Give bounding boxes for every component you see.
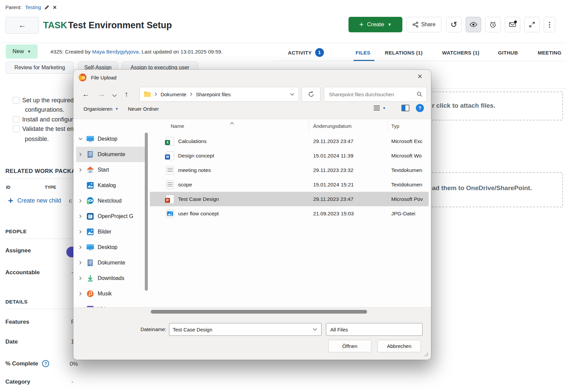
filename-input[interactable] bbox=[169, 327, 313, 332]
open-button[interactable]: Öffnen bbox=[328, 340, 371, 352]
checkbox-validate[interactable] bbox=[13, 126, 20, 132]
accountable-value[interactable]: - bbox=[71, 269, 73, 276]
address-dropdown-icon[interactable] bbox=[290, 93, 295, 96]
tab-meeting[interactable]: MEETING bbox=[538, 50, 561, 56]
parent-link[interactable]: Testing bbox=[25, 4, 41, 10]
back-button[interactable]: ← bbox=[5, 17, 39, 34]
tree-item-dokumente-2[interactable]: Dokumente bbox=[76, 255, 145, 271]
file-row-meeting-notes[interactable]: meeting notes 29.11.2023 23:32 Textdokum… bbox=[150, 163, 429, 177]
remove-parent-icon[interactable]: × bbox=[53, 4, 57, 10]
tree-item-dokumente[interactable]: Dokumente bbox=[76, 147, 145, 162]
tree-item-bilder[interactable]: Bilder bbox=[76, 224, 145, 240]
chevron-down-icon: ▼ bbox=[388, 22, 392, 27]
nav-back-icon[interactable]: ← bbox=[82, 90, 90, 99]
chevron-collapsed-icon[interactable] bbox=[78, 292, 83, 296]
nav-up-icon[interactable]: ↑ bbox=[125, 90, 128, 99]
meta-updated: . Last updated on 13.01.2025 09:59. bbox=[139, 49, 223, 55]
features-label: Features bbox=[5, 319, 29, 325]
breadcrumb-bar[interactable]: Dokumente Sharepoint files bbox=[139, 87, 299, 102]
chevron-collapsed-icon[interactable] bbox=[78, 230, 83, 234]
breadcrumb-documents[interactable]: Dokumente bbox=[161, 92, 187, 97]
preview-pane-icon[interactable] bbox=[401, 105, 409, 111]
dialog-help-icon[interactable]: ? bbox=[416, 104, 424, 112]
tree-item-musik[interactable]: Musik bbox=[76, 286, 145, 301]
chevron-collapsed-icon[interactable] bbox=[78, 152, 83, 156]
status-button[interactable]: New ▼ bbox=[6, 44, 38, 59]
chevron-expanded-icon[interactable] bbox=[78, 138, 83, 140]
desktop-icon bbox=[86, 135, 94, 143]
watch-button[interactable] bbox=[466, 17, 481, 32]
tab-watchers[interactable]: WATCHERS (1) bbox=[442, 50, 479, 56]
workflow-review-button[interactable]: Review for Marketing bbox=[6, 62, 74, 74]
dialog-title: File Upload bbox=[91, 75, 116, 80]
dialog-close-icon[interactable]: × bbox=[418, 72, 422, 80]
file-list: Name Änderungsdatum Typ X Calculations 2… bbox=[150, 119, 429, 307]
column-separator[interactable] bbox=[388, 120, 388, 131]
search-icon[interactable] bbox=[417, 91, 423, 97]
chevron-collapsed-icon[interactable] bbox=[78, 214, 83, 218]
share-button[interactable]: Share bbox=[406, 17, 441, 32]
chevron-collapsed-icon[interactable] bbox=[78, 199, 83, 203]
file-row-calculations[interactable]: X Calculations 29.11.2023 23:47 Microsof… bbox=[150, 134, 429, 148]
tree-item-nextcloud[interactable]: Nextcloud bbox=[76, 193, 145, 209]
refresh-button[interactable] bbox=[302, 87, 321, 102]
column-separator[interactable] bbox=[309, 120, 309, 131]
tab-files[interactable]: FILES bbox=[356, 50, 370, 56]
checkbox-setup[interactable] bbox=[13, 97, 20, 104]
activity-history-button[interactable]: ↺ bbox=[446, 17, 462, 32]
checkbox-install[interactable] bbox=[13, 116, 20, 123]
tree-scrollbar[interactable] bbox=[145, 133, 148, 291]
filename-combobox[interactable] bbox=[169, 323, 322, 336]
reminder-button[interactable] bbox=[485, 17, 501, 32]
dialog-titlebar[interactable]: File Upload × bbox=[73, 70, 431, 85]
file-row-scope[interactable]: scope 15.01.2024 15:21 Textdokumen bbox=[150, 177, 429, 192]
chevron-down-icon[interactable] bbox=[313, 328, 317, 331]
chevron-collapsed-icon[interactable] bbox=[78, 276, 83, 280]
tree-item-videos[interactable]: Videos bbox=[76, 301, 145, 308]
file-row-user-flow-concept[interactable]: user flow concept 21.09.2023 15:03 JPG-D… bbox=[150, 206, 429, 221]
column-name[interactable]: Name bbox=[171, 123, 184, 129]
chevron-collapsed-icon[interactable] bbox=[78, 307, 83, 308]
cancel-button[interactable]: Abbrechen bbox=[377, 340, 421, 352]
nav-forward-icon[interactable]: → bbox=[98, 90, 105, 99]
help-icon[interactable]: ? bbox=[42, 360, 49, 367]
checklist-line2: configurations. bbox=[25, 106, 64, 113]
chevron-collapsed-icon[interactable] bbox=[78, 245, 83, 249]
file-row-test-case-design[interactable]: P Test Case Design 29.11.2023 23:47 Micr… bbox=[150, 192, 429, 206]
list-horizontal-scrollbar[interactable] bbox=[151, 310, 367, 314]
related-col-type: TYPE bbox=[45, 185, 56, 190]
chevron-collapsed-icon[interactable] bbox=[78, 261, 83, 265]
tree-item-downloads[interactable]: Downloads bbox=[76, 271, 145, 286]
search-box[interactable] bbox=[324, 87, 427, 102]
more-menu-button[interactable]: ⋮ bbox=[544, 17, 555, 32]
organize-menu[interactable]: Organisieren ▼ bbox=[84, 106, 119, 112]
tab-github[interactable]: GITHUB bbox=[498, 50, 518, 56]
category-value[interactable]: - bbox=[71, 379, 73, 385]
pct-complete-value[interactable]: 0% bbox=[70, 361, 78, 367]
fullscreen-button[interactable] bbox=[524, 17, 540, 32]
column-date[interactable]: Änderungsdatum bbox=[313, 123, 352, 129]
filetype-select[interactable]: All Files bbox=[326, 323, 423, 336]
tree-item-desktop[interactable]: Desktop bbox=[76, 240, 145, 255]
tab-relations[interactable]: RELATIONS (1) bbox=[385, 50, 423, 56]
tree-item-start[interactable]: Start bbox=[76, 162, 145, 178]
view-mode-button[interactable]: ▼ bbox=[373, 105, 386, 111]
edit-parent-icon[interactable] bbox=[44, 5, 49, 10]
tree-item-katalog[interactable]: Katalog bbox=[76, 178, 145, 193]
author-link[interactable]: Maya Berdygylyjova bbox=[92, 49, 139, 55]
new-folder-button[interactable]: Neuer Ordner bbox=[128, 106, 159, 112]
breadcrumb-sharepoint-files[interactable]: Sharepoint files bbox=[196, 92, 231, 97]
create-button[interactable]: + Create ▼ bbox=[348, 17, 402, 32]
notifications-button[interactable] bbox=[505, 17, 520, 32]
file-row-design-concept[interactable]: W Design concept 15.01.2024 11:39 Micros… bbox=[150, 148, 429, 163]
chevron-collapsed-icon[interactable] bbox=[78, 168, 83, 172]
resize-grip[interactable] bbox=[424, 352, 428, 358]
nav-recent-chevron-icon[interactable] bbox=[112, 93, 117, 99]
tree-item-openproject[interactable]: OpenProject G bbox=[76, 209, 145, 224]
kebab-icon: ⋮ bbox=[546, 21, 553, 29]
tab-activity[interactable]: ACTIVITY 1 bbox=[288, 48, 324, 57]
tree-item-desktop-root[interactable]: Desktop bbox=[76, 131, 145, 147]
search-input[interactable] bbox=[328, 91, 414, 98]
create-new-child-link[interactable]: + Create new child bbox=[8, 196, 61, 205]
column-type[interactable]: Typ bbox=[391, 123, 399, 129]
